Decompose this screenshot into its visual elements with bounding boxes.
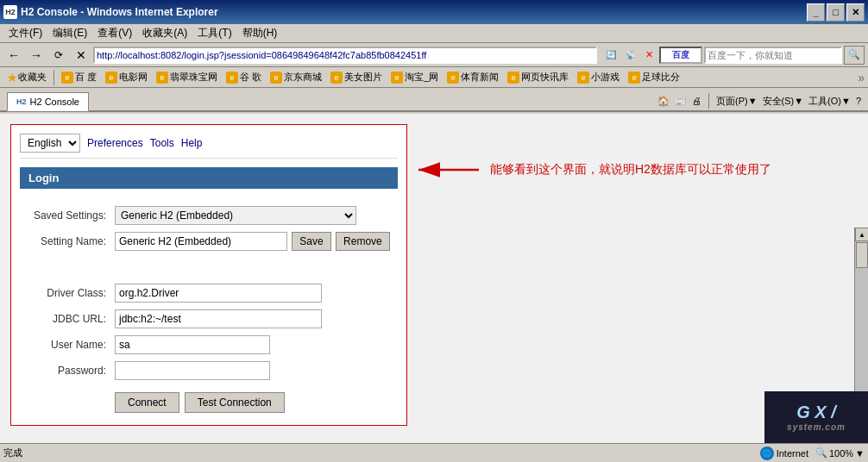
h2-preferences-link[interactable]: Preferences (87, 137, 143, 149)
forward-button[interactable]: → (26, 46, 47, 65)
fav-feicui[interactable]: e 翡翠珠宝网 (153, 69, 221, 85)
status-text: 完成 (3, 446, 22, 459)
page-menu[interactable]: 页面(P)▼ (716, 95, 758, 108)
fav-sports[interactable]: e 体育新闻 (443, 69, 502, 85)
favorites-more[interactable]: » (858, 71, 865, 84)
password-label: Password: (20, 358, 115, 384)
menu-tools[interactable]: 工具(T) (192, 24, 236, 42)
window-controls: _ □ ✕ (807, 3, 865, 22)
fav-icon-girl: e (330, 72, 343, 84)
safety-menu[interactable]: 安全(S)▼ (763, 95, 804, 108)
setting-name-row: Setting Name: Save Remove (20, 228, 398, 254)
tab-h2console[interactable]: H2 H2 Console (7, 92, 89, 111)
fav-icon-movie: e (105, 72, 117, 84)
address-go-button[interactable]: 🔄 (602, 46, 620, 65)
browser-toolbar-right: 🏠 📰 🖨 页面(P)▼ 安全(S)▼ 工具(O)▼ ? (657, 93, 861, 109)
saved-settings-row: Saved Settings: Generic H2 (Embedded) (20, 203, 398, 228)
fav-google[interactable]: e 谷 歌 (223, 69, 265, 85)
toolbar-sep-1 (708, 93, 709, 109)
action-buttons: Connect Test Connection (20, 384, 398, 416)
baidu-logo: 百度 (659, 47, 702, 64)
menu-bar: 文件(F) 编辑(E) 查看(V) 收藏夹(A) 工具(T) 帮助(H) (0, 24, 868, 43)
address-input[interactable] (93, 47, 597, 64)
zoom-dropdown[interactable]: ▼ (855, 448, 865, 459)
zoom-controls: 🔍 100% ▼ (815, 447, 865, 459)
scroll-up-button[interactable]: ▲ (855, 228, 868, 241)
fav-jd[interactable]: e 京东商城 (267, 69, 325, 85)
fav-icon-feicui: e (156, 72, 168, 84)
jdbc-url-row: JDBC URL: (20, 306, 398, 332)
menu-file[interactable]: 文件(F) (3, 24, 47, 42)
fav-kuaixun[interactable]: e 网页快讯库 (504, 69, 572, 85)
jdbc-url-input[interactable] (115, 309, 322, 328)
saved-settings-select[interactable]: Generic H2 (Embedded) (115, 206, 356, 225)
fav-game[interactable]: e 小游戏 (574, 69, 623, 85)
fav-girl[interactable]: e 美女图片 (327, 69, 386, 85)
fav-movie[interactable]: e 电影网 (102, 69, 151, 85)
print-icon[interactable]: 🖨 (692, 96, 701, 106)
window-title: H2 Console - Windows Internet Explorer (21, 6, 807, 18)
menu-view[interactable]: 查看(V) (92, 24, 137, 42)
rss-button[interactable]: 📡 (621, 46, 638, 65)
maximize-button[interactable]: □ (827, 3, 845, 22)
zoom-icon[interactable]: 🔍 (815, 447, 827, 459)
search-go-button[interactable]: 🔍 (844, 46, 865, 65)
status-right: 🌐 Internet 🔍 100% ▼ (760, 446, 865, 460)
stop-button[interactable]: ✕ (71, 46, 91, 65)
user-name-value (115, 332, 398, 358)
h2-toolbar: English Preferences Tools Help (20, 134, 398, 159)
star-icon: ★ (7, 71, 18, 84)
driver-class-row: Driver Class: (20, 280, 398, 306)
setting-name-input[interactable] (115, 232, 287, 251)
password-row: Password: (20, 358, 398, 384)
fav-separator-1 (53, 70, 54, 85)
help-menu[interactable]: ? (856, 96, 861, 106)
login-form: Saved Settings: Generic H2 (Embedded) Se… (20, 203, 398, 384)
menu-edit[interactable]: 编辑(E) (47, 24, 92, 42)
close-button[interactable]: ✕ (846, 3, 865, 22)
language-select[interactable]: English (20, 134, 80, 153)
h2-console-panel: English Preferences Tools Help Login Sav… (10, 124, 407, 426)
fav-soccer[interactable]: e 足球比分 (625, 69, 683, 85)
fav-taobao[interactable]: e 淘宝_网 (387, 69, 442, 85)
test-connection-button[interactable]: Test Connection (185, 392, 285, 413)
h2-help-link[interactable]: Help (181, 137, 203, 149)
gxi-domain: system.com (787, 422, 846, 433)
setting-name-label: Setting Name: (20, 228, 115, 254)
tools-menu[interactable]: 工具(O)▼ (808, 95, 851, 108)
minimize-button[interactable]: _ (807, 3, 825, 22)
fav-icon-game: e (577, 72, 589, 84)
rss-feed-icon[interactable]: 📰 (675, 96, 687, 107)
content-area: English Preferences Tools Help Login Sav… (0, 114, 868, 443)
menu-favorites[interactable]: 收藏夹(A) (137, 24, 192, 42)
fav-icon-baidu: e (61, 72, 73, 84)
jdbc-url-label: JDBC URL: (20, 306, 115, 332)
title-bar: H2 H2 Console - Windows Internet Explore… (0, 0, 868, 24)
menu-help[interactable]: 帮助(H) (237, 24, 283, 42)
scroll-thumb[interactable] (856, 242, 868, 268)
login-header: Login (20, 167, 398, 189)
annotation: 能够看到这个界面，就说明H2数据库可以正常使用了 (414, 157, 771, 183)
favorites-bar: ★ 收藏夹 e 百 度 e 电影网 e 翡翠珠宝网 e 谷 歌 e 京东商城 e… (0, 67, 868, 88)
setting-name-value: Save Remove (115, 228, 398, 254)
refresh-button[interactable]: ⟳ (48, 46, 69, 65)
zoom-level: 100% (829, 448, 853, 459)
fav-icon-google: e (226, 72, 238, 84)
remove-settings-button[interactable]: Remove (336, 232, 390, 251)
password-input[interactable] (115, 361, 270, 380)
save-settings-button[interactable]: Save (292, 232, 330, 251)
back-button[interactable]: ← (3, 46, 24, 65)
user-name-input[interactable] (115, 335, 270, 354)
spacer-row-1 (20, 254, 398, 280)
fav-baidu[interactable]: e 百 度 (58, 69, 100, 85)
connect-button[interactable]: Connect (115, 392, 179, 413)
fav-icon-kuaixun: e (507, 72, 519, 84)
h2-tools-link[interactable]: Tools (150, 137, 174, 149)
home-icon[interactable]: 🏠 (657, 96, 670, 107)
stop-nav-button[interactable]: ✕ (640, 46, 657, 65)
driver-class-input[interactable] (115, 284, 322, 303)
saved-settings-value: Generic H2 (Embedded) (115, 203, 398, 228)
scroll-track (855, 241, 868, 410)
fav-star-button[interactable]: ★ 收藏夹 (3, 69, 50, 86)
search-input[interactable] (704, 47, 842, 64)
